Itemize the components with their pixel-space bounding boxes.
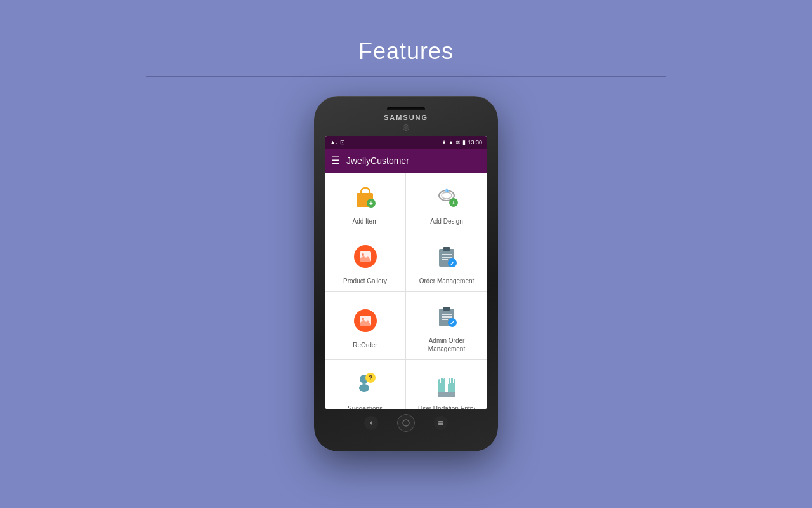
add-design-label: Add Design xyxy=(430,217,463,225)
svg-rect-44 xyxy=(451,378,453,384)
grid-item-reorder[interactable]: ReOrder xyxy=(325,292,406,360)
svg-text:✓: ✓ xyxy=(450,320,455,326)
add-item-label: Add Item xyxy=(352,217,377,225)
signal-bars-icon: ▲ xyxy=(449,139,454,145)
grid-item-suggestions[interactable]: ? Suggestions xyxy=(325,360,406,409)
svg-rect-43 xyxy=(449,378,450,384)
order-management-icon: ✓ xyxy=(431,241,462,272)
user-updation-label: User Updation Entry xyxy=(418,404,475,409)
add-item-icon: + xyxy=(350,182,381,212)
svg-marker-47 xyxy=(370,420,372,425)
svg-rect-16 xyxy=(443,247,450,251)
app-bar: ☰ JwellyCustomer xyxy=(325,149,487,173)
grid-item-product-gallery[interactable]: Product Gallery xyxy=(325,232,406,292)
svg-rect-46 xyxy=(438,392,455,397)
svg-point-5 xyxy=(442,192,452,199)
phone-camera-row xyxy=(403,124,409,131)
svg-rect-49 xyxy=(438,421,443,422)
reorder-label: ReOrder xyxy=(353,341,377,349)
clock: 13:30 xyxy=(468,139,482,145)
grid-item-add-item[interactable]: + Add Item xyxy=(325,173,406,232)
page-title: Features xyxy=(358,38,454,65)
product-gallery-label: Product Gallery xyxy=(343,277,387,285)
wifi-icon: ≋ xyxy=(455,139,461,145)
grid-item-user-updation[interactable]: User Updation Entry xyxy=(406,360,487,409)
suggestions-label: Suggestions xyxy=(348,404,383,409)
battery-icon: ▮ xyxy=(462,139,466,145)
admin-order-management-label: Admin Order Management xyxy=(411,337,482,353)
status-icons: ⊡ xyxy=(340,139,345,145)
hamburger-icon[interactable]: ☰ xyxy=(331,156,340,166)
home-button[interactable] xyxy=(397,414,415,432)
svg-rect-28 xyxy=(443,307,450,311)
status-left: ▲₂ ⊡ xyxy=(330,139,345,145)
star-icon: ★ xyxy=(442,139,447,145)
app-bar-title: JwellyCustomer xyxy=(346,156,409,166)
svg-rect-48 xyxy=(403,420,409,426)
grid-item-order-management[interactable]: ✓ Order Management xyxy=(406,232,487,292)
suggestions-icon: ? xyxy=(350,369,381,399)
phone-speaker xyxy=(387,107,425,110)
back-button[interactable] xyxy=(364,416,378,430)
reorder-icon xyxy=(350,305,381,336)
svg-text:+: + xyxy=(369,200,373,207)
title-divider xyxy=(146,76,666,77)
grid-item-admin-order-management[interactable]: ✓ Admin Order Management xyxy=(406,292,487,360)
phone-brand: SAMSUNG xyxy=(384,114,428,121)
svg-rect-41 xyxy=(441,378,443,384)
status-bar: ▲₂ ⊡ ★ ▲ ≋ ▮ 13:30 xyxy=(325,136,487,149)
order-management-label: Order Management xyxy=(419,277,475,285)
phone-camera xyxy=(403,124,409,131)
svg-text:+: + xyxy=(452,199,455,206)
app-grid: + Add Item + xyxy=(325,173,487,409)
svg-rect-51 xyxy=(438,424,443,425)
svg-rect-42 xyxy=(443,378,445,384)
svg-rect-45 xyxy=(454,379,455,384)
svg-text:?: ? xyxy=(368,374,372,382)
status-right: ★ ▲ ≋ ▮ 13:30 xyxy=(442,139,482,145)
svg-rect-50 xyxy=(438,423,443,424)
svg-text:✓: ✓ xyxy=(450,260,455,267)
add-design-icon: + xyxy=(431,182,462,212)
svg-rect-40 xyxy=(438,379,440,384)
grid-item-add-design[interactable]: + Add Design xyxy=(406,173,487,232)
admin-order-management-icon: ✓ xyxy=(431,301,462,331)
svg-point-24 xyxy=(362,318,364,320)
phone-screen: ▲₂ ⊡ ★ ▲ ≋ ▮ 13:30 ☰ JwellyCustomer xyxy=(325,136,487,409)
phone-device: SAMSUNG ▲₂ ⊡ ★ ▲ ≋ ▮ 13:30 ☰ JwellyCusto… xyxy=(314,96,498,451)
product-gallery-icon xyxy=(350,241,381,272)
signal-icon: ▲₂ xyxy=(330,139,338,145)
phone-top: SAMSUNG xyxy=(320,107,492,131)
menu-button[interactable] xyxy=(434,416,448,430)
user-updation-icon xyxy=(431,369,462,399)
phone-bottom-buttons xyxy=(320,414,492,432)
svg-point-35 xyxy=(359,384,369,392)
svg-point-12 xyxy=(362,253,364,256)
